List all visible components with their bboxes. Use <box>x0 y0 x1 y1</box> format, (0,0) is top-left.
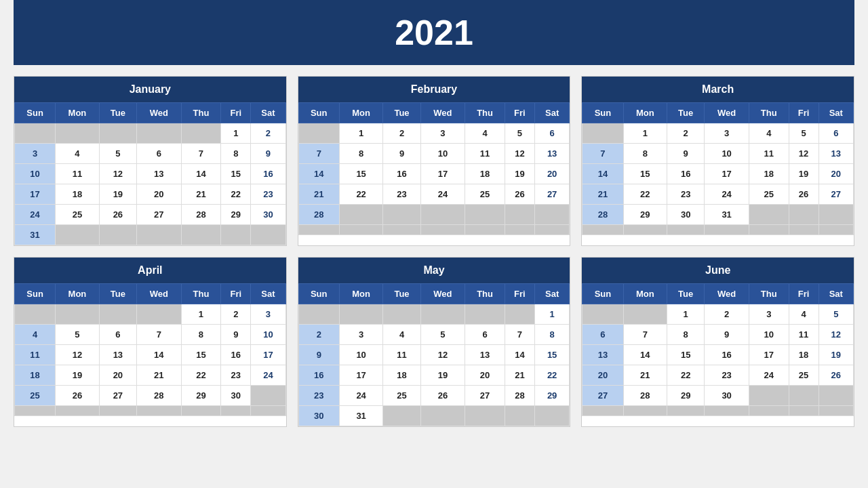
cal-day: 1 <box>623 123 667 144</box>
cal-day: 28 <box>505 386 534 406</box>
cal-day: 25 <box>383 386 420 406</box>
cal-day: 14 <box>298 164 339 184</box>
cal-day <box>465 406 505 426</box>
cal-day: 18 <box>465 164 505 184</box>
day-header: Tue <box>99 284 136 304</box>
cal-day: 17 <box>705 164 749 184</box>
cal-day: 20 <box>534 164 569 184</box>
cal-day <box>465 304 505 325</box>
cal-day: 10 <box>705 144 749 164</box>
cal-day: 3 <box>251 304 285 325</box>
day-header: Tue <box>383 103 420 123</box>
cal-day <box>15 406 56 416</box>
cal-day: 16 <box>383 164 420 184</box>
cal-day <box>505 406 534 426</box>
cal-day: 8 <box>181 325 221 345</box>
cal-day: 27 <box>534 184 569 205</box>
cal-day <box>383 225 420 235</box>
day-header: Sat <box>818 103 853 123</box>
cal-day: 5 <box>505 123 534 144</box>
year-header: 2021 <box>14 0 854 65</box>
cal-day: 27 <box>583 386 623 406</box>
cal-day: 8 <box>221 144 251 164</box>
day-header: Sun <box>583 284 623 304</box>
cal-day: 6 <box>534 123 569 144</box>
cal-day: 2 <box>221 304 251 325</box>
cal-day <box>534 225 569 235</box>
cal-day: 21 <box>623 365 667 386</box>
cal-day: 13 <box>818 144 853 164</box>
cal-day: 11 <box>789 325 818 345</box>
cal-day: 2 <box>298 325 339 345</box>
day-header: Sat <box>251 284 285 304</box>
cal-day <box>15 304 56 325</box>
cal-day <box>420 205 465 225</box>
cal-day: 19 <box>99 184 136 205</box>
cal-day: 24 <box>705 184 749 205</box>
cal-day <box>181 123 221 144</box>
cal-day: 20 <box>818 164 853 184</box>
cal-day <box>56 304 100 325</box>
month-title: February <box>298 77 570 102</box>
cal-day: 30 <box>221 386 251 406</box>
cal-day <box>56 406 100 416</box>
cal-day <box>339 205 383 225</box>
cal-day: 5 <box>99 144 136 164</box>
cal-day: 9 <box>298 345 339 365</box>
cal-day: 11 <box>15 345 56 365</box>
cal-day <box>339 225 383 235</box>
cal-table: SunMonTueWedThuFriSat1234567891011121314… <box>298 283 570 426</box>
cal-day: 22 <box>221 184 251 205</box>
cal-day <box>15 123 56 144</box>
cal-day: 7 <box>583 144 623 164</box>
cal-day: 3 <box>15 144 56 164</box>
cal-day <box>818 406 853 416</box>
cal-day: 20 <box>583 365 623 386</box>
day-header: Mon <box>623 284 667 304</box>
day-header: Sat <box>818 284 853 304</box>
cal-day: 22 <box>534 365 569 386</box>
cal-day <box>505 304 534 325</box>
cal-day: 2 <box>383 123 420 144</box>
cal-day: 4 <box>789 304 818 325</box>
cal-day: 16 <box>298 365 339 386</box>
month-calendar-january: JanuarySunMonTueWedThuFriSat123456789101… <box>14 76 287 246</box>
cal-day: 9 <box>221 325 251 345</box>
day-header: Sun <box>583 103 623 123</box>
day-header: Sun <box>298 103 339 123</box>
cal-day <box>181 406 221 416</box>
cal-day: 11 <box>749 144 789 164</box>
cal-day: 21 <box>298 184 339 205</box>
cal-day: 4 <box>749 123 789 144</box>
cal-day: 21 <box>137 365 182 386</box>
cal-day: 17 <box>339 365 383 386</box>
cal-day: 3 <box>420 123 465 144</box>
cal-day: 9 <box>705 325 749 345</box>
cal-day <box>789 205 818 225</box>
cal-day: 20 <box>99 365 136 386</box>
day-header: Thu <box>181 284 221 304</box>
cal-day: 24 <box>749 365 789 386</box>
cal-day: 7 <box>298 144 339 164</box>
cal-day: 4 <box>383 325 420 345</box>
cal-day <box>99 225 136 245</box>
cal-day <box>420 406 465 426</box>
cal-day: 24 <box>15 205 56 225</box>
cal-day: 14 <box>181 164 221 184</box>
page-wrapper: 2021 JanuarySunMonTueWedThuFriSat1234567… <box>0 0 868 438</box>
cal-day: 30 <box>705 386 749 406</box>
cal-day: 29 <box>534 386 569 406</box>
cal-day: 29 <box>623 205 667 225</box>
cal-day: 21 <box>505 365 534 386</box>
cal-day: 18 <box>383 365 420 386</box>
cal-day: 19 <box>420 365 465 386</box>
day-header: Fri <box>505 284 534 304</box>
cal-day: 25 <box>56 205 100 225</box>
cal-day <box>705 406 749 416</box>
cal-day <box>298 225 339 235</box>
cal-day: 30 <box>251 205 285 225</box>
cal-day <box>137 304 182 325</box>
cal-day: 23 <box>705 365 749 386</box>
cal-day: 2 <box>667 123 705 144</box>
cal-day: 10 <box>251 325 285 345</box>
